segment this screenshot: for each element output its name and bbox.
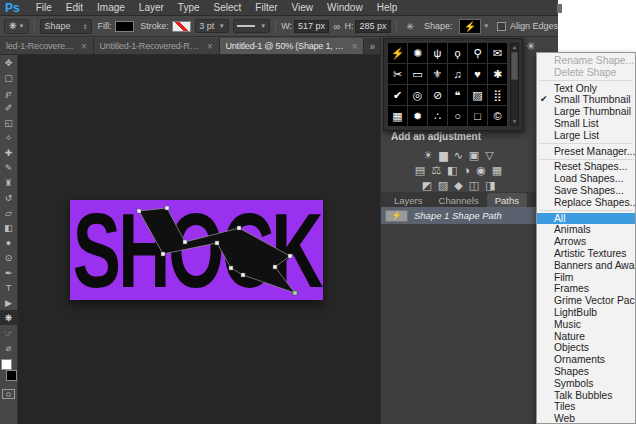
shape-square[interactable]: □ bbox=[468, 106, 487, 126]
tool-dodge[interactable]: ⊙ bbox=[0, 250, 18, 265]
tool-mode-select[interactable]: Shape ⇕ bbox=[40, 19, 91, 34]
tool-type[interactable]: T bbox=[0, 280, 18, 295]
menu-item-reset-shapes[interactable]: Reset Shapes... bbox=[537, 161, 635, 173]
shape-height-field[interactable]: 285 px bbox=[355, 20, 390, 33]
menu-item-lightbulb[interactable]: LightBulb bbox=[537, 307, 635, 319]
path-thumbnail[interactable]: ⚡ bbox=[385, 210, 408, 222]
tool-preset-picker[interactable]: ❋ ▼ bbox=[4, 19, 29, 34]
shape-dot-pattern[interactable]: ⣿ bbox=[488, 85, 507, 105]
link-dimensions-icon[interactable]: ∞ bbox=[333, 21, 340, 32]
shape-checkmark[interactable]: ✔ bbox=[388, 85, 407, 105]
tool-crop[interactable]: ◱ bbox=[0, 115, 18, 130]
path-row-shape1[interactable]: ⚡ Shape 1 Shape Path bbox=[381, 207, 559, 224]
menu-item-web[interactable]: Web bbox=[537, 413, 635, 424]
stroke-type-select[interactable]: ▼ bbox=[233, 19, 270, 33]
shape-musical-notes[interactable]: ♫ bbox=[448, 64, 467, 84]
scroll-up-icon[interactable]: ▲ bbox=[512, 44, 517, 51]
foreground-color-swatch[interactable] bbox=[1, 359, 12, 370]
current-shape-thumbnail[interactable]: ⚡ bbox=[459, 19, 482, 34]
menu-item-symbols[interactable]: Symbols bbox=[537, 378, 635, 390]
shape-scissors[interactable]: ✂ bbox=[388, 64, 407, 84]
menu-item-image[interactable]: Image bbox=[90, 2, 132, 13]
tool-brush[interactable]: ✎ bbox=[0, 160, 18, 175]
align-edges-checkbox[interactable] bbox=[497, 22, 506, 31]
anchor-point[interactable] bbox=[288, 254, 292, 258]
menu-item-film[interactable]: Film bbox=[537, 272, 635, 284]
menu-item-tiles[interactable]: Tiles bbox=[537, 401, 635, 413]
menu-item-artistic-textures[interactable]: Artistic Textures bbox=[537, 248, 635, 260]
shape-sunburst[interactable]: ✺ bbox=[408, 43, 427, 63]
menu-item-preset-manager[interactable]: Preset Manager... bbox=[537, 146, 635, 158]
menu-item-small-thumbnail[interactable]: ✔Small Thumbnail bbox=[537, 94, 635, 106]
fill-swatch[interactable] bbox=[115, 21, 135, 32]
tool-path-selection[interactable]: ▶ bbox=[0, 295, 18, 310]
shape-talk-bubble[interactable]: ❝ bbox=[448, 85, 467, 105]
menu-item-layer[interactable]: Layer bbox=[132, 2, 171, 13]
shape-grass[interactable]: ψ bbox=[428, 43, 447, 63]
menu-item-ornaments[interactable]: Ornaments bbox=[537, 354, 635, 366]
menu-item-frames[interactable]: Frames bbox=[537, 283, 635, 295]
adjustment-posterize-icon[interactable]: ▨ bbox=[438, 179, 448, 192]
menu-item-text-only[interactable]: Text Only bbox=[537, 83, 635, 95]
menu-item-view[interactable]: View bbox=[285, 2, 321, 13]
adjustment-invert-icon[interactable]: ◩ bbox=[421, 179, 431, 192]
menu-item-window[interactable]: Window bbox=[320, 2, 370, 13]
adjustment-selective-color-icon[interactable]: ◨ bbox=[485, 179, 495, 192]
menu-item-objects[interactable]: Objects bbox=[537, 342, 635, 354]
close-icon[interactable]: × bbox=[207, 41, 213, 52]
color-swatches[interactable] bbox=[1, 359, 17, 381]
menu-item-edit[interactable]: Edit bbox=[59, 2, 90, 13]
menu-item-large-thumbnail[interactable]: Large Thumbnail bbox=[537, 106, 635, 118]
anchor-point[interactable] bbox=[137, 209, 141, 213]
menu-item-small-list[interactable]: Small List bbox=[537, 118, 635, 130]
anchor-point[interactable] bbox=[237, 226, 241, 230]
panel-tab-paths[interactable]: Paths bbox=[487, 193, 527, 207]
menu-item-type[interactable]: Type bbox=[171, 2, 207, 13]
adjustment-gradient-map-icon[interactable]: ◫ bbox=[469, 179, 479, 192]
tool-quick-selection[interactable]: ✐ bbox=[0, 100, 18, 115]
close-icon[interactable]: × bbox=[352, 41, 358, 52]
shape-lightning-bolt[interactable]: ⚡ bbox=[388, 43, 407, 63]
tool-hand[interactable]: ☞ bbox=[0, 325, 18, 340]
document-tab-3[interactable]: Untitled-1 @ 50% (Shape 1, RGB/8) *× bbox=[220, 38, 365, 54]
adjustment-threshold-icon[interactable]: ◆ bbox=[454, 179, 462, 192]
stroke-swatch[interactable] bbox=[172, 21, 192, 32]
canvas-area[interactable]: SHOCK bbox=[18, 55, 380, 424]
anchor-point[interactable] bbox=[273, 265, 277, 269]
scroll-down-icon[interactable]: ▼ bbox=[512, 118, 517, 125]
shape-no-symbol[interactable]: ⊘ bbox=[428, 85, 447, 105]
stroke-width-select[interactable]: 3 pt ▼ bbox=[195, 19, 228, 33]
tool-eraser[interactable]: ▱ bbox=[0, 205, 18, 220]
menu-item-grime-vector-pack[interactable]: Grime Vector Pack bbox=[537, 295, 635, 307]
tool-blur[interactable]: ● bbox=[0, 235, 18, 250]
menu-item-talk-bubbles[interactable]: Talk Bubbles bbox=[537, 390, 635, 402]
scrollbar-thumb[interactable] bbox=[511, 52, 518, 80]
shape-heart[interactable]: ♥ bbox=[468, 64, 487, 84]
menu-item-load-shapes[interactable]: Load Shapes... bbox=[537, 173, 635, 185]
shape-hatch-pattern[interactable]: ▨ bbox=[468, 85, 487, 105]
menu-item-select[interactable]: Select bbox=[207, 2, 249, 13]
quick-mask-button[interactable] bbox=[2, 389, 15, 399]
gear-icon[interactable]: ✳ bbox=[406, 21, 414, 32]
tool-clone-stamp[interactable]: ♜ bbox=[0, 175, 18, 190]
tool-history-brush[interactable]: ↺ bbox=[0, 190, 18, 205]
anchor-point[interactable] bbox=[165, 206, 169, 210]
panel-tab-channels[interactable]: Channels bbox=[431, 193, 487, 207]
tool-gradient[interactable]: ◧ bbox=[0, 220, 18, 235]
anchor-point[interactable] bbox=[293, 291, 297, 295]
menu-item-filter[interactable]: Filter bbox=[248, 2, 284, 13]
menu-item-shapes[interactable]: Shapes bbox=[537, 366, 635, 378]
menu-item-banners-and-awards[interactable]: Banners and Awards bbox=[537, 260, 635, 272]
shape-path-overlay[interactable] bbox=[18, 55, 380, 424]
shape-paw-prints[interactable]: ∴ bbox=[428, 106, 447, 126]
menu-item-arrows[interactable]: Arrows bbox=[537, 236, 635, 248]
tool-spot-healing-brush[interactable]: ✚ bbox=[0, 145, 18, 160]
tab-overflow-icon[interactable]: » bbox=[364, 41, 380, 52]
anchor-point[interactable] bbox=[215, 241, 219, 245]
tool-pen[interactable]: ✒ bbox=[0, 265, 18, 280]
shape-starburst[interactable]: ✹ bbox=[408, 106, 427, 126]
shape-lightbulb[interactable]: ϙ bbox=[448, 43, 467, 63]
chevron-down-icon[interactable]: ▼ bbox=[483, 23, 489, 29]
menu-item-save-shapes[interactable]: Save Shapes... bbox=[537, 185, 635, 197]
shape-target[interactable]: ◎ bbox=[408, 85, 427, 105]
